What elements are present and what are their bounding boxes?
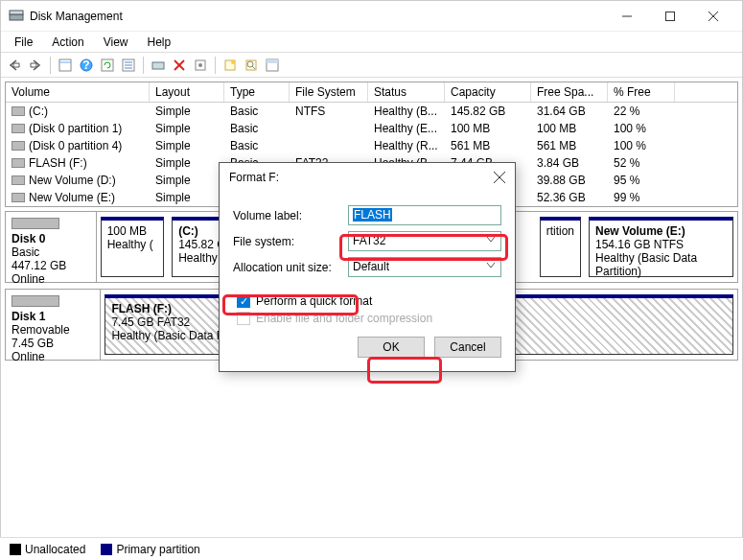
inspect-icon[interactable] [242, 56, 261, 75]
window-title: Disk Management [30, 10, 605, 23]
toolbar-separator [215, 57, 216, 74]
maximize-button[interactable] [648, 2, 691, 31]
legend: Unallocated Primary partition [0, 537, 743, 560]
allocation-unit-select[interactable]: Default [348, 257, 501, 277]
table-row[interactable]: (Disk 0 partition 4) SimpleBasic Healthy… [6, 137, 737, 154]
svg-point-19 [198, 63, 202, 67]
toolbar: ? [1, 53, 742, 78]
col-type[interactable]: Type [224, 82, 290, 102]
titlebar: Disk Management [1, 1, 742, 32]
chevron-down-icon [486, 262, 496, 269]
table-row[interactable]: (Disk 0 partition 1) SimpleBasic Healthy… [6, 120, 737, 137]
menu-help[interactable]: Help [138, 34, 181, 51]
allocation-unit-lbl: Allocation unit size: [233, 261, 348, 274]
settings-icon[interactable] [191, 56, 210, 75]
disk-info: Disk 0Basic447.12 GBOnline [6, 212, 97, 282]
lv-header: Volume Layout Type File System Status Ca… [6, 82, 737, 103]
col-status[interactable]: Status [368, 82, 445, 102]
wizard-icon[interactable] [221, 56, 240, 75]
volume-label-input[interactable]: FLASH [348, 205, 501, 225]
dialog-title: Format F: [229, 171, 494, 184]
delete-icon[interactable] [170, 56, 189, 75]
disk-partition[interactable]: New Volume (E:)154.16 GB NTFSHealthy (Ba… [589, 217, 733, 277]
dialog-titlebar: Format F: [220, 163, 515, 192]
svg-rect-3 [665, 12, 674, 20]
legend-primary: Primary partition [101, 543, 199, 556]
svg-rect-6 [59, 59, 71, 71]
disk-icon [12, 295, 59, 307]
help-icon[interactable]: ? [77, 56, 96, 75]
minimize-button[interactable] [605, 2, 648, 31]
format-dialog: Format F: Volume label: FLASH File syste… [219, 162, 516, 372]
disk-icon [12, 218, 59, 229]
chevron-down-icon [486, 236, 496, 244]
drive-icon[interactable] [149, 56, 168, 75]
volume-icon [12, 175, 25, 185]
svg-rect-10 [102, 59, 113, 71]
list-icon[interactable] [119, 56, 138, 75]
quick-format-checkbox[interactable]: ✓ Perform a quick format [233, 294, 501, 308]
disk-partition[interactable]: rtition [540, 217, 581, 277]
col-fs[interactable]: File System [290, 82, 368, 102]
quick-format-label: Perform a quick format [256, 294, 372, 308]
volume-icon [12, 141, 25, 151]
file-system-select[interactable]: FAT32 [348, 231, 501, 251]
volume-icon [12, 106, 25, 116]
disk-partition[interactable]: 100 MBHealthy ( [101, 217, 165, 277]
volume-label-lbl: Volume label: [233, 209, 348, 222]
toolbar-separator [143, 57, 144, 74]
menu-view[interactable]: View [94, 34, 138, 51]
col-free[interactable]: Free Spa... [531, 82, 608, 102]
checkbox-icon [237, 312, 250, 325]
file-system-lbl: File system: [233, 235, 348, 248]
svg-point-21 [231, 60, 235, 64]
dialog-close-icon[interactable] [494, 172, 505, 183]
col-volume[interactable]: Volume [6, 82, 150, 102]
menu-action[interactable]: Action [42, 34, 93, 51]
refresh-icon[interactable] [98, 56, 117, 75]
back-button[interactable] [5, 56, 24, 75]
panel-icon[interactable] [263, 56, 282, 75]
disk-info: Disk 1Removable7.45 GBOnline [6, 290, 101, 360]
compress-label: Enable file and folder compression [256, 312, 432, 325]
svg-rect-1 [10, 11, 23, 14]
svg-text:?: ? [82, 58, 89, 72]
app-icon [9, 9, 24, 24]
col-layout[interactable]: Layout [150, 82, 224, 102]
volume-icon [12, 193, 25, 202]
properties-icon[interactable] [56, 56, 75, 75]
cancel-button[interactable]: Cancel [434, 337, 501, 358]
window-buttons [605, 2, 734, 31]
close-button[interactable] [691, 2, 734, 31]
menubar: File Action View Help [1, 32, 742, 53]
ok-button[interactable]: OK [358, 337, 425, 358]
col-pct[interactable]: % Free [608, 82, 675, 102]
forward-button[interactable] [26, 56, 45, 75]
compress-checkbox: Enable file and folder compression [233, 312, 501, 325]
svg-rect-26 [267, 59, 278, 63]
svg-rect-15 [152, 62, 164, 69]
volume-icon [12, 124, 25, 133]
legend-unallocated: Unallocated [10, 543, 85, 556]
menu-file[interactable]: File [5, 34, 42, 51]
volume-icon [12, 158, 25, 168]
svg-rect-0 [10, 14, 23, 20]
table-row[interactable]: (C:) SimpleBasicNTFS Healthy (B...145.82… [6, 103, 737, 120]
checkbox-icon: ✓ [237, 294, 250, 308]
col-capacity[interactable]: Capacity [445, 82, 531, 102]
toolbar-separator [50, 57, 51, 74]
